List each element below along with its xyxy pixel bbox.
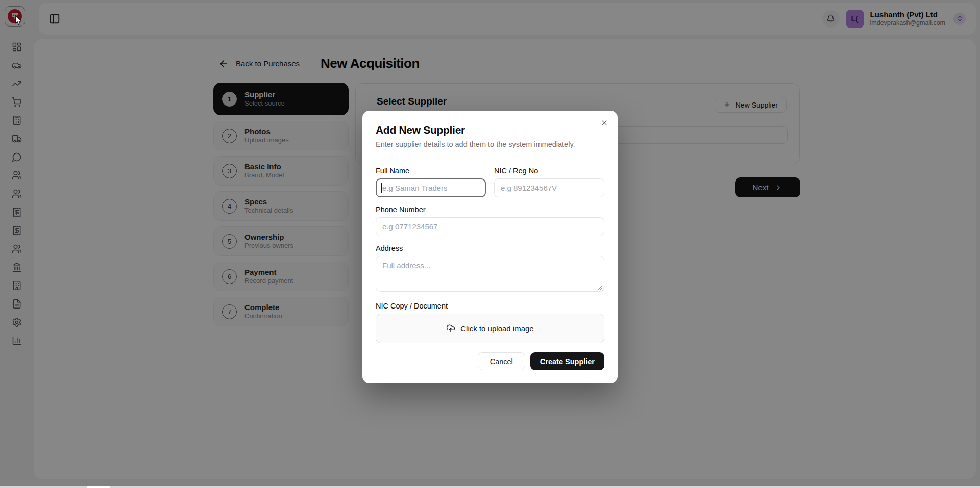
- address-textarea[interactable]: [376, 256, 604, 292]
- full-name-label: Full Name: [376, 167, 486, 175]
- phone-input[interactable]: [376, 217, 604, 236]
- resize-grip-icon[interactable]: [598, 286, 602, 290]
- phone-label: Phone Number: [376, 206, 604, 214]
- create-supplier-button[interactable]: Create Supplier: [530, 352, 604, 370]
- close-icon: [600, 119, 608, 127]
- bottom-strip-highlight: [87, 486, 110, 488]
- cloud-upload-icon: [446, 324, 455, 333]
- add-new-supplier-modal: Add New Supplier Enter supplier details …: [362, 111, 618, 383]
- bottom-edge-strip: [0, 486, 980, 488]
- address-label: Address: [376, 244, 604, 252]
- nic-input[interactable]: [494, 178, 604, 197]
- full-name-input[interactable]: [376, 178, 486, 197]
- upload-dropzone[interactable]: Click to upload image: [376, 314, 604, 343]
- mouse-cursor: [14, 15, 23, 26]
- upload-label: NIC Copy / Document: [376, 302, 604, 310]
- supplier-form: Full Name NIC / Reg No Phone Number Addr…: [376, 167, 604, 370]
- text-caret: [381, 183, 382, 193]
- nic-label: NIC / Reg No: [494, 167, 604, 175]
- modal-close-button[interactable]: [600, 119, 608, 127]
- cancel-button[interactable]: Cancel: [478, 352, 525, 370]
- modal-title: Add New Supplier: [376, 124, 604, 136]
- upload-text: Click to upload image: [460, 324, 533, 333]
- modal-subtitle: Enter supplier details to add them to th…: [376, 140, 604, 148]
